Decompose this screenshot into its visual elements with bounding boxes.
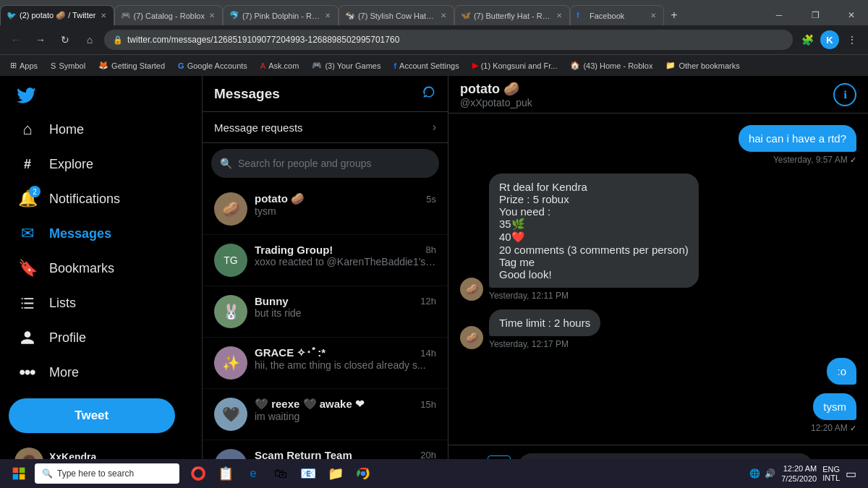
tab-title-dolphin: (7) Pink Dolphin - Robl... xyxy=(242,12,320,20)
reload-button[interactable]: ↻ xyxy=(55,30,75,50)
tweet-button[interactable]: Tweet xyxy=(9,398,175,433)
conversation-item-reexe[interactable]: 🖤 🖤 reexe 🖤 awake ❤ 15h im waiting xyxy=(203,389,448,440)
tab-twitter[interactable]: 🐦 (2) potato 🥔 / Twitter ✕ xyxy=(0,5,114,25)
taskbar-search-box[interactable]: 🔍 Type here to search xyxy=(35,463,179,484)
tab-cow[interactable]: 🐄 (7) Stylish Cow Hat - Ro... ✕ xyxy=(339,5,454,25)
compose-message-icon[interactable] xyxy=(422,85,436,103)
home-nav-button[interactable]: ⌂ xyxy=(80,30,100,50)
bookmark-label-getting-started: Getting Started xyxy=(111,61,165,70)
taskbar-chrome[interactable] xyxy=(350,461,376,487)
conv-content-trading: Trading Group! 8h xoxo reacted to @Karen… xyxy=(255,244,436,267)
taskbar-store[interactable]: 🛍 xyxy=(268,461,294,487)
taskbar-taskview[interactable]: 📋 xyxy=(213,461,239,487)
bookmark-other[interactable]: 📁 Other bookmarks xyxy=(661,59,744,72)
chat-messages-list: hai can i have a rtd? Yesterday, 9:57 AM… xyxy=(448,114,868,445)
tab-roblox[interactable]: 🎮 (7) Catalog - Roblox ✕ xyxy=(114,5,223,25)
more-menu-button[interactable]: ⋮ xyxy=(842,30,862,50)
taskbar-mail[interactable]: 📧 xyxy=(295,461,321,487)
tab-close-cow[interactable]: ✕ xyxy=(439,10,448,21)
tab-favicon-twitter: 🐦 xyxy=(7,11,17,21)
conversation-item-grace[interactable]: ✨ GRACE ✧･ﾟ:* 14h hii, the amc thing is … xyxy=(203,338,448,389)
msg-avatar-3: 🥔 xyxy=(460,326,483,349)
dm-search-box[interactable]: 🔍 xyxy=(211,149,439,178)
chat-info-icon[interactable]: ℹ xyxy=(833,83,856,106)
bookmark-kongsuni[interactable]: ▶ (1) Kongsuni and Fr... xyxy=(468,59,562,72)
sidebar-label-notifications: Notifications xyxy=(49,192,120,207)
bookmark-label-apps: Apps xyxy=(20,61,38,70)
sidebar-item-more[interactable]: More xyxy=(9,355,193,390)
conv-preview-trading: xoxo reacted to @KarenTheBaddie1's ... xyxy=(255,256,436,267)
bookmark-label-home-roblox: (43) Home - Roblox xyxy=(583,61,652,70)
message-bubble-4: :o xyxy=(827,358,856,385)
bookmark-getting-started[interactable]: 🦊 Getting Started xyxy=(94,59,169,72)
tab-favicon-cow: 🐄 xyxy=(345,11,355,21)
dm-search-icon: 🔍 xyxy=(220,158,232,169)
tab-close-butterfly[interactable]: ✕ xyxy=(555,10,563,21)
tab-close-roblox[interactable]: ✕ xyxy=(208,10,216,21)
sidebar-item-profile[interactable]: Profile xyxy=(9,320,193,355)
close-button[interactable]: ✕ xyxy=(835,4,868,25)
taskbar-start-button[interactable] xyxy=(6,461,32,487)
taskbar-edge[interactable]: e xyxy=(240,461,266,487)
tab-close-twitter[interactable]: ✕ xyxy=(99,10,108,21)
message-wrapper-3: Time limit : 2 hours Yesterday, 12:17 PM xyxy=(489,309,600,349)
profile-button[interactable]: K xyxy=(820,30,839,49)
bookmark-your-games[interactable]: 🎮 (3) Your Games xyxy=(307,59,385,72)
sidebar-item-explore[interactable]: # Explore xyxy=(9,147,193,181)
conv-name-bunny: Bunny xyxy=(255,295,289,307)
minimize-button[interactable]: ─ xyxy=(762,4,796,25)
sidebar-item-messages[interactable]: ✉ Messages xyxy=(9,216,193,251)
taskbar-cortana[interactable]: ⭕ xyxy=(185,461,211,487)
tab-title-cow: (7) Stylish Cow Hat - Ro... xyxy=(358,12,436,20)
conv-name-trading: Trading Group! xyxy=(255,244,333,256)
bookmark-askcom[interactable]: A Ask.com xyxy=(256,60,304,72)
conv-avatar-bunny: 🐰 xyxy=(214,295,247,328)
sidebar-item-home[interactable]: ⌂ Home xyxy=(9,112,193,147)
new-tab-button[interactable]: + xyxy=(664,5,684,25)
tab-dolphin[interactable]: 🐬 (7) Pink Dolphin - Robl... ✕ xyxy=(223,5,339,25)
extensions-button[interactable]: 🧩 xyxy=(797,30,817,50)
message-time-2: Yesterday, 12:11 PM xyxy=(489,291,699,301)
conv-avatar-trading: TG xyxy=(214,244,247,277)
tab-butterfly[interactable]: 🦋 (7) Butterfly Hat - Robl... ✕ xyxy=(454,5,570,25)
restore-button[interactable]: ❐ xyxy=(799,4,832,25)
taskbar-date-display: 7/25/2020 xyxy=(781,474,817,484)
conv-time-trading: 8h xyxy=(426,244,436,255)
bookmark-label-symbol: Symbol xyxy=(59,61,85,70)
check-mark-1: ✓ xyxy=(850,155,856,164)
back-button[interactable]: ← xyxy=(6,30,26,50)
sidebar-item-notifications[interactable]: 🔔 2 Notifications xyxy=(9,181,193,216)
message-requests-item[interactable]: Message requests › xyxy=(203,112,448,143)
tab-title-roblox: (7) Catalog - Roblox xyxy=(134,12,205,20)
bookmark-google-accounts[interactable]: G Google Accounts xyxy=(174,60,252,72)
bookmark-label-other: Other bookmarks xyxy=(678,61,739,70)
bookmark-favicon-kongsuni: ▶ xyxy=(472,61,478,70)
forward-button[interactable]: → xyxy=(30,30,51,50)
message-bubble-2: Rt deal for Kendra Prize : 5 robux You n… xyxy=(489,174,699,288)
sidebar-item-lists[interactable]: Lists xyxy=(9,286,193,320)
conversation-item-bunny[interactable]: 🐰 Bunny 12h but its ride xyxy=(203,286,448,338)
tab-favicon-facebook: f xyxy=(576,11,587,21)
sidebar-item-bookmarks[interactable]: 🔖 Bookmarks xyxy=(9,251,193,286)
bookmark-account-settings[interactable]: f Account Settings xyxy=(389,60,463,72)
tab-facebook[interactable]: f Facebook ✕ xyxy=(570,5,664,25)
show-desktop-button[interactable]: ▭ xyxy=(846,467,856,481)
dm-search-input[interactable] xyxy=(238,158,430,169)
taskbar-explorer[interactable]: 📁 xyxy=(323,461,349,487)
tab-close-dolphin[interactable]: ✕ xyxy=(323,10,332,21)
bookmark-label-kongsuni: (1) Kongsuni and Fr... xyxy=(481,61,558,70)
conv-preview-potato: tysm xyxy=(255,205,436,217)
bookmark-symbol[interactable]: S Symbol xyxy=(46,60,90,72)
conv-content-grace: GRACE ✧･ﾟ:* 14h hii, the amc thing is cl… xyxy=(255,346,436,371)
conv-header-grace: GRACE ✧･ﾟ:* 14h xyxy=(255,346,436,359)
twitter-logo[interactable] xyxy=(9,82,43,109)
bookmark-home-roblox[interactable]: 🏠 (43) Home - Roblox xyxy=(566,59,657,72)
conversation-item-potato[interactable]: 🥔 potato 🥔 5s tysm xyxy=(203,184,448,235)
tab-close-facebook[interactable]: ✕ xyxy=(649,10,658,21)
taskbar-volume-icon: 🔊 xyxy=(765,468,775,479)
address-bar[interactable]: 🔒 twitter.com/messages/12685191090772049… xyxy=(104,30,793,50)
lists-icon xyxy=(17,293,38,313)
conversation-item-trading[interactable]: TG Trading Group! 8h xoxo reacted to @Ka… xyxy=(203,235,448,286)
message-wrapper-2: Rt deal for Kendra Prize : 5 robux You n… xyxy=(489,174,699,301)
bookmark-apps[interactable]: ⊞ Apps xyxy=(6,59,42,72)
